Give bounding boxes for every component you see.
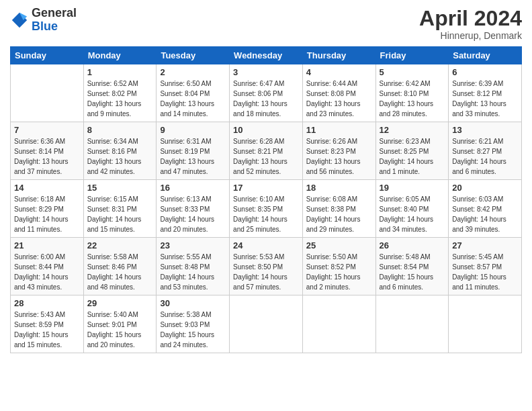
month-title: April 2024	[419, 7, 522, 30]
calendar-cell: 27Sunrise: 5:45 AMSunset: 8:57 PMDayligh…	[449, 238, 522, 295]
calendar-cell	[449, 295, 522, 353]
day-info: Sunrise: 6:00 AMSunset: 8:44 PMDaylight:…	[14, 252, 80, 292]
day-number: 12	[380, 125, 445, 135]
day-info: Sunrise: 6:42 AMSunset: 8:10 PMDaylight:…	[380, 79, 445, 119]
day-info: Sunrise: 6:36 AMSunset: 8:14 PMDaylight:…	[14, 136, 80, 177]
header: General Blue April 2024 Hinnerup, Denmar…	[10, 7, 522, 41]
calendar-cell: 16Sunrise: 6:13 AMSunset: 8:33 PMDayligh…	[157, 180, 230, 238]
day-info: Sunrise: 6:26 AMSunset: 8:23 PMDaylight:…	[306, 136, 372, 177]
calendar-header-row: SundayMondayTuesdayWednesdayThursdayFrid…	[11, 47, 522, 64]
calendar-cell: 24Sunrise: 5:53 AMSunset: 8:50 PMDayligh…	[230, 238, 303, 295]
calendar-week-row: 21Sunrise: 6:00 AMSunset: 8:44 PMDayligh…	[11, 238, 522, 295]
day-number: 1	[87, 67, 153, 77]
calendar-cell: 19Sunrise: 6:05 AMSunset: 8:40 PMDayligh…	[375, 180, 449, 238]
day-number: 9	[160, 125, 226, 135]
day-number: 26	[380, 240, 445, 250]
calendar-week-row: 1Sunrise: 6:52 AMSunset: 8:02 PMDaylight…	[11, 64, 522, 122]
calendar-cell: 29Sunrise: 5:40 AMSunset: 9:01 PMDayligh…	[83, 295, 157, 353]
day-number: 5	[380, 67, 445, 77]
day-number: 21	[14, 240, 80, 250]
calendar-cell	[11, 64, 84, 122]
calendar-cell	[375, 295, 449, 353]
day-info: Sunrise: 6:13 AMSunset: 8:33 PMDaylight:…	[160, 194, 226, 234]
day-info: Sunrise: 6:23 AMSunset: 8:25 PMDaylight:…	[380, 136, 445, 177]
day-info: Sunrise: 5:55 AMSunset: 8:48 PMDaylight:…	[160, 252, 226, 292]
calendar-cell: 12Sunrise: 6:23 AMSunset: 8:25 PMDayligh…	[375, 122, 449, 180]
calendar-cell: 14Sunrise: 6:18 AMSunset: 8:29 PMDayligh…	[11, 180, 84, 238]
day-number: 19	[380, 183, 445, 193]
calendar-cell: 23Sunrise: 5:55 AMSunset: 8:48 PMDayligh…	[157, 238, 230, 295]
day-number: 29	[87, 298, 153, 308]
day-number: 6	[452, 67, 518, 77]
day-info: Sunrise: 6:08 AMSunset: 8:38 PMDaylight:…	[306, 194, 372, 234]
calendar-cell: 9Sunrise: 6:31 AMSunset: 8:19 PMDaylight…	[157, 122, 230, 180]
calendar-cell: 6Sunrise: 6:39 AMSunset: 8:12 PMDaylight…	[449, 64, 522, 122]
day-info: Sunrise: 6:39 AMSunset: 8:12 PMDaylight:…	[452, 79, 518, 119]
calendar-cell: 1Sunrise: 6:52 AMSunset: 8:02 PMDaylight…	[83, 64, 157, 122]
day-info: Sunrise: 6:47 AMSunset: 8:06 PMDaylight:…	[233, 79, 299, 119]
calendar-header-saturday: Saturday	[449, 47, 522, 64]
calendar-cell: 2Sunrise: 6:50 AMSunset: 8:04 PMDaylight…	[157, 64, 230, 122]
day-number: 28	[14, 298, 80, 308]
day-number: 22	[87, 240, 153, 250]
day-info: Sunrise: 5:43 AMSunset: 8:59 PMDaylight:…	[14, 310, 80, 350]
calendar-cell: 20Sunrise: 6:03 AMSunset: 8:42 PMDayligh…	[449, 180, 522, 238]
day-info: Sunrise: 5:38 AMSunset: 9:03 PMDaylight:…	[160, 310, 226, 350]
day-number: 13	[452, 125, 518, 135]
day-number: 25	[306, 240, 372, 250]
calendar-cell: 30Sunrise: 5:38 AMSunset: 9:03 PMDayligh…	[157, 295, 230, 353]
calendar-week-row: 14Sunrise: 6:18 AMSunset: 8:29 PMDayligh…	[11, 180, 522, 238]
calendar-cell: 26Sunrise: 5:48 AMSunset: 8:54 PMDayligh…	[375, 238, 449, 295]
day-number: 23	[160, 240, 226, 250]
day-number: 4	[306, 67, 372, 77]
calendar-cell: 13Sunrise: 6:21 AMSunset: 8:27 PMDayligh…	[449, 122, 522, 180]
calendar-week-row: 7Sunrise: 6:36 AMSunset: 8:14 PMDaylight…	[11, 122, 522, 180]
day-info: Sunrise: 6:28 AMSunset: 8:21 PMDaylight:…	[233, 136, 299, 177]
day-info: Sunrise: 5:53 AMSunset: 8:50 PMDaylight:…	[233, 252, 299, 292]
calendar-header-friday: Friday	[375, 47, 449, 64]
day-info: Sunrise: 6:31 AMSunset: 8:19 PMDaylight:…	[160, 136, 226, 177]
calendar-cell: 15Sunrise: 6:15 AMSunset: 8:31 PMDayligh…	[83, 180, 157, 238]
day-info: Sunrise: 5:50 AMSunset: 8:52 PMDaylight:…	[306, 252, 372, 292]
day-number: 10	[233, 125, 299, 135]
day-info: Sunrise: 5:58 AMSunset: 8:46 PMDaylight:…	[87, 252, 153, 292]
day-number: 15	[87, 183, 153, 193]
day-number: 27	[452, 240, 518, 250]
day-number: 18	[306, 183, 372, 193]
day-info: Sunrise: 6:15 AMSunset: 8:31 PMDaylight:…	[87, 194, 153, 234]
calendar-header-tuesday: Tuesday	[157, 47, 230, 64]
day-number: 2	[160, 67, 226, 77]
logo: General Blue	[10, 7, 77, 34]
day-number: 7	[14, 125, 80, 135]
svg-marker-0	[12, 13, 27, 28]
day-number: 16	[160, 183, 226, 193]
calendar-cell: 18Sunrise: 6:08 AMSunset: 8:38 PMDayligh…	[302, 180, 375, 238]
subtitle: Hinnerup, Denmark	[419, 30, 522, 41]
calendar-cell: 4Sunrise: 6:44 AMSunset: 8:08 PMDaylight…	[302, 64, 375, 122]
logo-general: General	[32, 7, 77, 20]
day-number: 20	[452, 183, 518, 193]
day-info: Sunrise: 6:10 AMSunset: 8:35 PMDaylight:…	[233, 194, 299, 234]
day-info: Sunrise: 5:45 AMSunset: 8:57 PMDaylight:…	[452, 252, 518, 292]
day-number: 24	[233, 240, 299, 250]
day-info: Sunrise: 6:21 AMSunset: 8:27 PMDaylight:…	[452, 136, 518, 177]
calendar-cell: 5Sunrise: 6:42 AMSunset: 8:10 PMDaylight…	[375, 64, 449, 122]
calendar-cell: 8Sunrise: 6:34 AMSunset: 8:16 PMDaylight…	[83, 122, 157, 180]
calendar-header-sunday: Sunday	[11, 47, 84, 64]
calendar-cell: 3Sunrise: 6:47 AMSunset: 8:06 PMDaylight…	[230, 64, 303, 122]
day-info: Sunrise: 6:52 AMSunset: 8:02 PMDaylight:…	[87, 79, 153, 119]
calendar-cell: 25Sunrise: 5:50 AMSunset: 8:52 PMDayligh…	[302, 238, 375, 295]
calendar-cell	[230, 295, 303, 353]
day-info: Sunrise: 6:44 AMSunset: 8:08 PMDaylight:…	[306, 79, 372, 119]
day-info: Sunrise: 6:50 AMSunset: 8:04 PMDaylight:…	[160, 79, 226, 119]
logo-text: General Blue	[32, 7, 77, 34]
calendar-cell: 22Sunrise: 5:58 AMSunset: 8:46 PMDayligh…	[83, 238, 157, 295]
calendar-header-wednesday: Wednesday	[230, 47, 303, 64]
day-info: Sunrise: 6:18 AMSunset: 8:29 PMDaylight:…	[14, 194, 80, 234]
calendar-cell: 7Sunrise: 6:36 AMSunset: 8:14 PMDaylight…	[11, 122, 84, 180]
calendar-cell: 17Sunrise: 6:10 AMSunset: 8:35 PMDayligh…	[230, 180, 303, 238]
title-area: April 2024 Hinnerup, Denmark	[419, 7, 522, 41]
day-number: 17	[233, 183, 299, 193]
day-info: Sunrise: 6:34 AMSunset: 8:16 PMDaylight:…	[87, 136, 153, 177]
calendar-cell: 28Sunrise: 5:43 AMSunset: 8:59 PMDayligh…	[11, 295, 84, 353]
